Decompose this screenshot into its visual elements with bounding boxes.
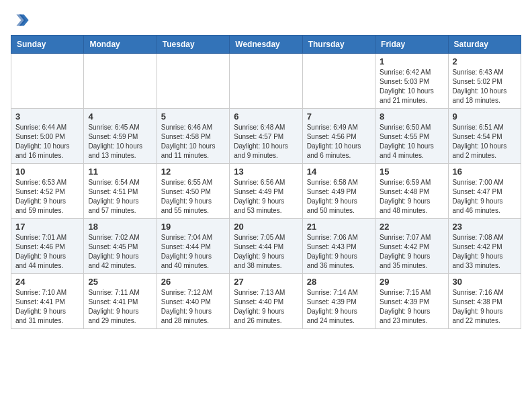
logo-icon	[11, 11, 30, 30]
calendar-day-cell: 20Sunrise: 7:05 AM Sunset: 4:44 PM Dayli…	[230, 219, 302, 274]
day-info: Sunrise: 6:55 AM Sunset: 4:50 PM Dayligh…	[161, 178, 225, 216]
calendar-day-cell	[11, 54, 84, 109]
day-number: 18	[88, 222, 152, 232]
day-info: Sunrise: 7:13 AM Sunset: 4:40 PM Dayligh…	[234, 288, 298, 326]
day-info: Sunrise: 6:53 AM Sunset: 4:52 PM Dayligh…	[15, 178, 79, 216]
calendar-day-cell: 15Sunrise: 6:59 AM Sunset: 4:48 PM Dayli…	[375, 164, 448, 219]
day-number: 27	[234, 277, 298, 287]
calendar-table: SundayMondayTuesdayWednesdayThursdayFrid…	[11, 35, 521, 329]
calendar-day-cell: 13Sunrise: 6:56 AM Sunset: 4:49 PM Dayli…	[230, 164, 302, 219]
calendar-week-row: 24Sunrise: 7:10 AM Sunset: 4:41 PM Dayli…	[11, 274, 521, 329]
calendar-day-cell: 21Sunrise: 7:06 AM Sunset: 4:43 PM Dayli…	[302, 219, 375, 274]
day-info: Sunrise: 6:43 AM Sunset: 5:02 PM Dayligh…	[453, 68, 517, 105]
day-info: Sunrise: 7:01 AM Sunset: 4:46 PM Dayligh…	[15, 233, 79, 271]
calendar-week-row: 17Sunrise: 7:01 AM Sunset: 4:46 PM Dayli…	[11, 219, 521, 274]
calendar-day-cell: 18Sunrise: 7:02 AM Sunset: 4:45 PM Dayli…	[84, 219, 157, 274]
day-of-week-header: Tuesday	[157, 36, 229, 54]
day-info: Sunrise: 6:48 AM Sunset: 4:57 PM Dayligh…	[234, 123, 298, 161]
day-of-week-header: Thursday	[302, 36, 375, 54]
calendar-day-cell: 25Sunrise: 7:11 AM Sunset: 4:41 PM Dayli…	[84, 274, 157, 329]
calendar-day-cell: 28Sunrise: 7:14 AM Sunset: 4:39 PM Dayli…	[302, 274, 375, 329]
day-number: 20	[234, 222, 298, 232]
day-number: 4	[88, 111, 152, 122]
day-info: Sunrise: 6:54 AM Sunset: 4:51 PM Dayligh…	[88, 178, 152, 216]
calendar-day-cell: 24Sunrise: 7:10 AM Sunset: 4:41 PM Dayli…	[11, 274, 84, 329]
calendar-day-cell: 27Sunrise: 7:13 AM Sunset: 4:40 PM Dayli…	[230, 274, 302, 329]
calendar-day-cell	[157, 54, 229, 109]
day-info: Sunrise: 6:51 AM Sunset: 4:54 PM Dayligh…	[453, 123, 517, 161]
day-info: Sunrise: 6:45 AM Sunset: 4:59 PM Dayligh…	[88, 123, 152, 161]
day-info: Sunrise: 6:59 AM Sunset: 4:48 PM Dayligh…	[380, 178, 443, 216]
day-info: Sunrise: 7:14 AM Sunset: 4:39 PM Dayligh…	[307, 288, 371, 326]
day-info: Sunrise: 6:46 AM Sunset: 4:58 PM Dayligh…	[161, 123, 225, 161]
calendar-day-cell: 1Sunrise: 6:42 AM Sunset: 5:03 PM Daylig…	[375, 54, 448, 109]
logo	[11, 11, 32, 30]
day-info: Sunrise: 6:44 AM Sunset: 5:00 PM Dayligh…	[15, 123, 79, 161]
day-info: Sunrise: 7:08 AM Sunset: 4:42 PM Dayligh…	[453, 233, 517, 271]
day-number: 10	[15, 167, 79, 177]
calendar-week-row: 10Sunrise: 6:53 AM Sunset: 4:52 PM Dayli…	[11, 164, 521, 219]
day-info: Sunrise: 6:58 AM Sunset: 4:49 PM Dayligh…	[307, 178, 371, 216]
day-number: 22	[380, 222, 443, 232]
calendar-day-cell: 8Sunrise: 6:50 AM Sunset: 4:55 PM Daylig…	[375, 109, 448, 164]
day-number: 12	[161, 167, 225, 177]
day-of-week-header: Sunday	[11, 36, 84, 54]
calendar-day-cell: 22Sunrise: 7:07 AM Sunset: 4:42 PM Dayli…	[375, 219, 448, 274]
day-number: 29	[380, 277, 443, 287]
calendar-day-cell: 10Sunrise: 6:53 AM Sunset: 4:52 PM Dayli…	[11, 164, 84, 219]
calendar-week-row: 3Sunrise: 6:44 AM Sunset: 5:00 PM Daylig…	[11, 109, 521, 164]
day-info: Sunrise: 7:15 AM Sunset: 4:39 PM Dayligh…	[380, 288, 443, 326]
day-info: Sunrise: 6:50 AM Sunset: 4:55 PM Dayligh…	[380, 123, 443, 161]
day-of-week-header: Wednesday	[230, 36, 302, 54]
calendar-day-cell: 6Sunrise: 6:48 AM Sunset: 4:57 PM Daylig…	[230, 109, 302, 164]
calendar-header-row: SundayMondayTuesdayWednesdayThursdayFrid…	[11, 36, 521, 54]
day-number: 28	[307, 277, 371, 287]
page-header	[11, 11, 521, 30]
calendar-day-cell: 19Sunrise: 7:04 AM Sunset: 4:44 PM Dayli…	[157, 219, 229, 274]
calendar-day-cell: 2Sunrise: 6:43 AM Sunset: 5:02 PM Daylig…	[448, 54, 521, 109]
day-number: 3	[15, 111, 79, 122]
calendar-day-cell: 29Sunrise: 7:15 AM Sunset: 4:39 PM Dayli…	[375, 274, 448, 329]
day-number: 19	[161, 222, 225, 232]
day-number: 24	[15, 277, 79, 287]
day-info: Sunrise: 7:10 AM Sunset: 4:41 PM Dayligh…	[15, 288, 79, 326]
calendar-day-cell: 16Sunrise: 7:00 AM Sunset: 4:47 PM Dayli…	[448, 164, 521, 219]
day-number: 8	[380, 111, 443, 122]
calendar-day-cell: 17Sunrise: 7:01 AM Sunset: 4:46 PM Dayli…	[11, 219, 84, 274]
calendar-day-cell: 4Sunrise: 6:45 AM Sunset: 4:59 PM Daylig…	[84, 109, 157, 164]
day-of-week-header: Monday	[84, 36, 157, 54]
day-info: Sunrise: 7:12 AM Sunset: 4:40 PM Dayligh…	[161, 288, 225, 326]
calendar-day-cell	[84, 54, 157, 109]
day-number: 23	[453, 222, 517, 232]
calendar-day-cell	[302, 54, 375, 109]
day-of-week-header: Friday	[375, 36, 448, 54]
day-number: 9	[453, 111, 517, 122]
day-info: Sunrise: 7:02 AM Sunset: 4:45 PM Dayligh…	[88, 233, 152, 271]
day-number: 15	[380, 167, 443, 177]
day-number: 21	[307, 222, 371, 232]
day-number: 25	[88, 277, 152, 287]
day-info: Sunrise: 7:04 AM Sunset: 4:44 PM Dayligh…	[161, 233, 225, 271]
day-number: 17	[15, 222, 79, 232]
calendar-week-row: 1Sunrise: 6:42 AM Sunset: 5:03 PM Daylig…	[11, 54, 521, 109]
day-number: 2	[453, 56, 517, 66]
day-number: 7	[307, 111, 371, 122]
day-number: 1	[380, 56, 443, 66]
calendar-day-cell: 5Sunrise: 6:46 AM Sunset: 4:58 PM Daylig…	[157, 109, 229, 164]
day-number: 13	[234, 167, 298, 177]
day-info: Sunrise: 7:11 AM Sunset: 4:41 PM Dayligh…	[88, 288, 152, 326]
day-number: 5	[161, 111, 225, 122]
day-number: 26	[161, 277, 225, 287]
day-info: Sunrise: 7:06 AM Sunset: 4:43 PM Dayligh…	[307, 233, 371, 271]
day-number: 30	[453, 277, 517, 287]
day-info: Sunrise: 6:42 AM Sunset: 5:03 PM Dayligh…	[380, 68, 443, 105]
day-info: Sunrise: 7:00 AM Sunset: 4:47 PM Dayligh…	[453, 178, 517, 216]
day-info: Sunrise: 6:56 AM Sunset: 4:49 PM Dayligh…	[234, 178, 298, 216]
day-number: 6	[234, 111, 298, 122]
calendar-day-cell: 12Sunrise: 6:55 AM Sunset: 4:50 PM Dayli…	[157, 164, 229, 219]
calendar-day-cell: 3Sunrise: 6:44 AM Sunset: 5:00 PM Daylig…	[11, 109, 84, 164]
day-of-week-header: Saturday	[448, 36, 521, 54]
day-info: Sunrise: 7:05 AM Sunset: 4:44 PM Dayligh…	[234, 233, 298, 271]
calendar-day-cell: 9Sunrise: 6:51 AM Sunset: 4:54 PM Daylig…	[448, 109, 521, 164]
calendar-day-cell: 30Sunrise: 7:16 AM Sunset: 4:38 PM Dayli…	[448, 274, 521, 329]
